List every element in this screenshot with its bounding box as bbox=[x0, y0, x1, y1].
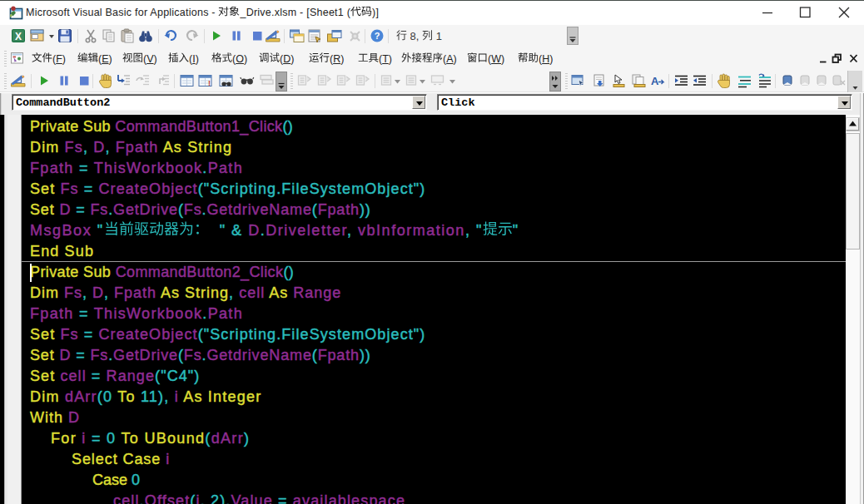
svg-text:!: ! bbox=[208, 79, 211, 87]
svg-text:?: ? bbox=[375, 31, 380, 41]
svg-text:A: A bbox=[651, 75, 659, 87]
svg-text:X: X bbox=[15, 31, 22, 42]
